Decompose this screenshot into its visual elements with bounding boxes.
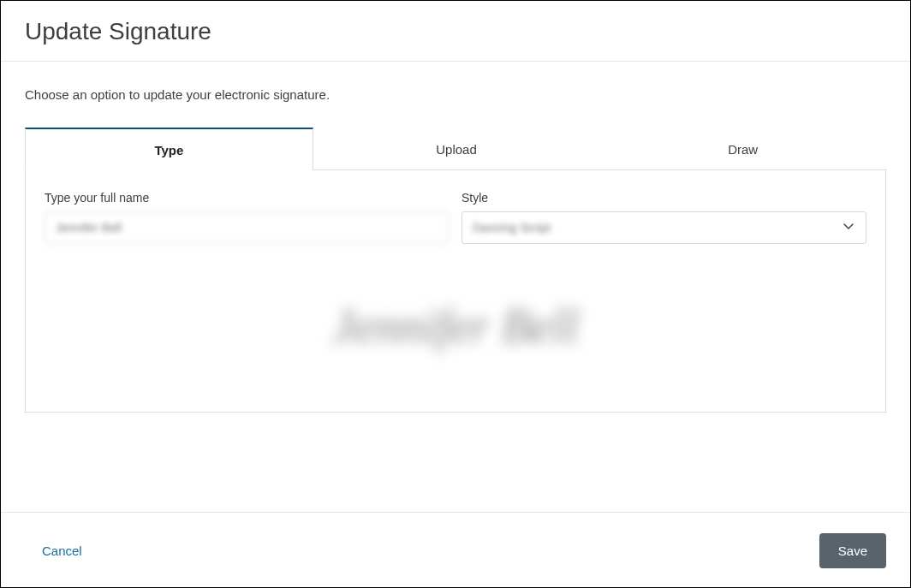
full-name-field-group: Type your full name [45,191,450,244]
page-title: Update Signature [25,18,886,45]
dialog-content: Choose an option to update your electron… [1,62,910,413]
cancel-button[interactable]: Cancel [25,543,82,558]
signature-preview-text: Jennifer Bell [332,299,579,353]
style-select[interactable]: Dancing Script [461,211,866,244]
instruction-text: Choose an option to update your electron… [25,87,886,102]
chevron-down-icon [842,219,855,236]
dialog-footer: Cancel Save [1,512,910,587]
full-name-input[interactable] [45,211,450,244]
tabs-bar: Type Upload Draw [25,128,886,170]
style-select-value: Dancing Script [473,221,551,235]
tab-draw[interactable]: Draw [599,128,886,169]
tab-upload[interactable]: Upload [313,128,600,169]
style-field-group: Style Dancing Script [461,191,866,244]
style-label: Style [461,191,866,205]
signature-preview-area: Jennifer Bell [45,266,866,386]
fields-row: Type your full name Style Dancing Script [45,191,866,244]
save-button[interactable]: Save [819,533,886,568]
full-name-label: Type your full name [45,191,450,205]
tab-type[interactable]: Type [25,128,313,170]
tab-panel-type: Type your full name Style Dancing Script… [25,170,886,413]
dialog-header: Update Signature [1,1,910,62]
